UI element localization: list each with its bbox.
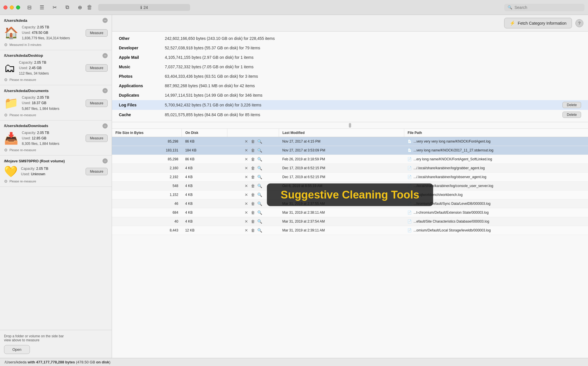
trash-icon-1[interactable]: 🗑 bbox=[250, 147, 256, 153]
status-bar: /Users/kdeda with 477,177,778,288 bytes … bbox=[0, 358, 588, 366]
category-row-4[interactable]: Photos 63,404,333,436 bytes (63.51 GB on… bbox=[112, 72, 588, 81]
category-row-6[interactable]: Duplicates 14,997,114,531 bytes (14.99 G… bbox=[112, 91, 588, 100]
file-icon-5: 📄 bbox=[407, 184, 412, 188]
category-row-1[interactable]: Developer 52,527,038,918 bytes (55.37 GB… bbox=[112, 43, 588, 53]
measure-btn-4[interactable]: Measure bbox=[86, 168, 108, 175]
status-gb: (478.50 GB bbox=[76, 360, 95, 364]
category-row-0[interactable]: Other 242,602,166,650 bytes (243.10 GB o… bbox=[112, 34, 588, 43]
file-icon-7: 📄 bbox=[407, 202, 412, 206]
trash-icon-9[interactable]: 🗑 bbox=[250, 219, 256, 224]
category-row-3[interactable]: Music 7,037,732,332 bytes (7.05 GB on di… bbox=[112, 62, 588, 72]
maximize-button[interactable] bbox=[16, 5, 20, 9]
measure-btn-3[interactable]: Measure bbox=[86, 135, 108, 142]
measure-btn-2[interactable]: Measure bbox=[86, 100, 108, 107]
preview-icon-4[interactable]: 🔍 bbox=[257, 174, 263, 180]
info-count: 24 bbox=[144, 5, 148, 10]
list-view-icon[interactable]: ☰ bbox=[37, 3, 47, 12]
delete-icon-8[interactable]: ✕ bbox=[243, 210, 249, 215]
category-desc-8: 85,021,575,855 bytes (84.84 GB on disk) … bbox=[165, 112, 559, 118]
cell-date-0: Nov 27, 2017 at 4:15 PM bbox=[279, 137, 404, 146]
preview-icon-0[interactable]: 🔍 bbox=[257, 139, 263, 144]
trash-icon-7[interactable]: 🗑 bbox=[250, 201, 256, 207]
delete-icon-10[interactable]: ✕ bbox=[243, 227, 249, 233]
cell-size-5: 548 bbox=[112, 182, 182, 190]
trash-icon-0[interactable]: 🗑 bbox=[250, 139, 256, 144]
category-name-3: Music bbox=[119, 64, 165, 70]
file-icon-6: 📄 bbox=[407, 193, 412, 197]
cell-actions-3: ✕ 🗑 🔍 bbox=[227, 164, 279, 173]
measure-btn-1[interactable]: Measure bbox=[86, 64, 108, 72]
measure-btn-0[interactable]: Measure bbox=[86, 29, 108, 37]
trash-icon-6[interactable]: 🗑 bbox=[250, 192, 256, 198]
trash-icon-8[interactable]: 🗑 bbox=[250, 210, 256, 215]
delete-icon-1[interactable]: ✕ bbox=[243, 147, 249, 153]
remove-btn-0[interactable]: − bbox=[102, 18, 108, 23]
delete-icon-9[interactable]: ✕ bbox=[243, 219, 249, 224]
trash-icon-2[interactable]: 🗑 bbox=[250, 156, 256, 162]
preview-icon-2[interactable]: 🔍 bbox=[257, 156, 263, 162]
scrollbar-thumb[interactable] bbox=[349, 123, 351, 128]
trash-icon-5[interactable]: 🗑 bbox=[250, 183, 256, 189]
delete-icon-7[interactable]: ✕ bbox=[243, 201, 249, 207]
close-button[interactable] bbox=[3, 5, 7, 9]
trash-button[interactable]: 🗑 bbox=[84, 2, 95, 13]
col-header-date[interactable]: Last Modified bbox=[279, 129, 404, 137]
minimize-button[interactable] bbox=[10, 5, 14, 9]
cell-ondisk-0: 86 KB bbox=[182, 137, 227, 146]
open-button[interactable]: Open bbox=[4, 345, 30, 354]
delete-btn-8[interactable]: Delete bbox=[562, 112, 581, 118]
trash-icon-10[interactable]: 🗑 bbox=[250, 227, 256, 233]
delete-btn-7[interactable]: Delete bbox=[562, 102, 581, 108]
remove-btn-2[interactable]: − bbox=[102, 88, 108, 93]
delete-icon-2[interactable]: ✕ bbox=[243, 156, 249, 162]
preview-icon-8[interactable]: 🔍 bbox=[257, 210, 263, 215]
fetch-category-button[interactable]: ⚡ Fetch Category Information bbox=[504, 18, 572, 28]
cell-date-10: Mar 31, 2019 at 2:39:11 AM bbox=[279, 226, 404, 235]
trash-icon-4[interactable]: 🗑 bbox=[250, 174, 256, 180]
help-button[interactable]: ? bbox=[575, 19, 583, 27]
category-desc-2: 4,105,741,155 bytes (2.97 GB on disk) fo… bbox=[165, 54, 581, 61]
category-name-6: Duplicates bbox=[119, 92, 165, 98]
col-header-size[interactable]: File Size in Bytes bbox=[112, 129, 182, 137]
delete-icon-5[interactable]: ✕ bbox=[243, 183, 249, 189]
preview-icon-1[interactable]: 🔍 bbox=[257, 147, 263, 153]
preview-icon-7[interactable]: 🔍 bbox=[257, 201, 263, 207]
category-name-2: Apple Mail bbox=[119, 54, 165, 61]
col-header-ondisk[interactable]: On Disk bbox=[182, 129, 227, 137]
search-bar[interactable]: 🔍 bbox=[504, 4, 585, 11]
delete-icon-4[interactable]: ✕ bbox=[243, 174, 249, 180]
preview-icon-5[interactable]: 🔍 bbox=[257, 183, 263, 189]
preview-icon-3[interactable]: 🔍 bbox=[257, 165, 263, 171]
preview-icon-6[interactable]: 🔍 bbox=[257, 192, 263, 198]
remove-btn-3[interactable]: − bbox=[102, 123, 108, 129]
globe-icon[interactable]: ⊕ bbox=[75, 3, 84, 12]
category-desc-4: 63,404,333,436 bytes (63.51 GB on disk) … bbox=[165, 73, 581, 79]
category-name-8: Cache bbox=[119, 112, 165, 118]
search-input[interactable] bbox=[514, 5, 578, 10]
main-layout: /Users/kdeda − 🏠 Capacity: 2.05 TB Used:… bbox=[0, 15, 588, 358]
copy-icon[interactable]: ⧉ bbox=[63, 3, 72, 12]
cell-date-3: Dec 17, 2019 at 6:52:15 PM bbox=[279, 164, 404, 173]
cell-date-4: Dec 17, 2019 at 6:52:15 PM bbox=[279, 173, 404, 182]
preview-icon-10[interactable]: 🔍 bbox=[257, 227, 263, 233]
delete-icon-6[interactable]: ✕ bbox=[243, 192, 249, 198]
delete-icon-3[interactable]: ✕ bbox=[243, 165, 249, 171]
cell-path-4: 📄.../.local/share/karabiner/log/observer… bbox=[404, 173, 588, 182]
trash-icon-3[interactable]: 🗑 bbox=[250, 165, 256, 171]
table-row-1: 183,131 184 KB ✕ 🗑 🔍 Nov 27, 2017 at 3:5… bbox=[112, 146, 588, 155]
category-row-8[interactable]: Cache 85,021,575,855 bytes (84.84 GB on … bbox=[112, 110, 588, 120]
category-row-2[interactable]: Apple Mail 4,105,741,155 bytes (2.97 GB … bbox=[112, 53, 588, 62]
folder-icon-3: 📥 bbox=[4, 132, 18, 145]
remove-btn-4[interactable]: − bbox=[102, 158, 108, 163]
category-row-7[interactable]: Log Files 5,700,942,432 bytes (5.71 GB o… bbox=[112, 100, 588, 110]
status-text-2: Please re-measure bbox=[9, 113, 36, 117]
category-row-5[interactable]: Applications 887,992,268 bytes (940.1 MB… bbox=[112, 81, 588, 91]
col-header-path[interactable]: File Path bbox=[404, 129, 588, 137]
status-icon-2: ⚙ bbox=[4, 113, 8, 117]
sidebar-toggle-icon[interactable]: ⊟ bbox=[25, 3, 34, 12]
scissors-icon[interactable]: ✂ bbox=[50, 3, 59, 12]
remove-btn-1[interactable]: − bbox=[102, 53, 108, 58]
delete-icon-0[interactable]: ✕ bbox=[243, 139, 249, 144]
preview-icon-9[interactable]: 🔍 bbox=[257, 219, 263, 224]
table-row-8: 684 4 KB ✕ 🗑 🔍 Mar 31, 2019 at 2:38:11 A… bbox=[112, 208, 588, 217]
